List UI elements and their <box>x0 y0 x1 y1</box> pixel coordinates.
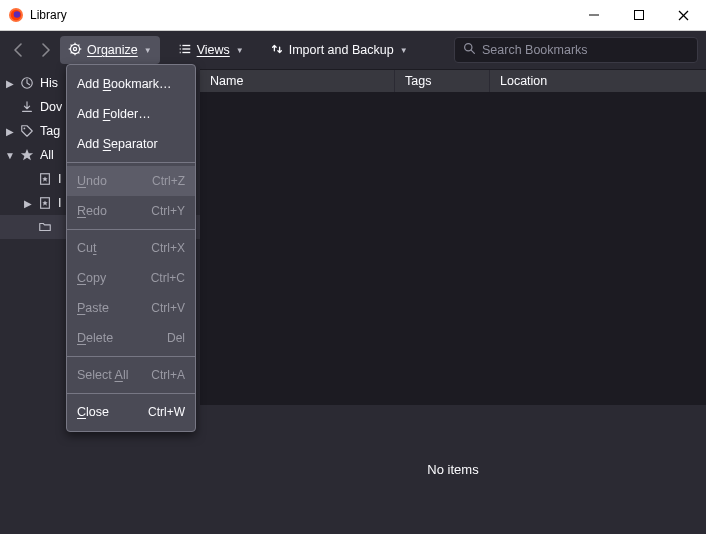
empty-label: No items <box>427 462 478 477</box>
svg-line-24 <box>471 50 474 53</box>
list-area[interactable] <box>200 93 706 404</box>
menu-add-separator[interactable]: Add Separator <box>67 129 195 159</box>
search-input[interactable]: Search Bookmarks <box>454 37 698 63</box>
tree-label: Dov <box>40 100 62 114</box>
menu-add-folder[interactable]: Add Folder… <box>67 99 195 129</box>
star-icon <box>19 147 35 163</box>
svg-line-15 <box>78 44 79 45</box>
import-export-icon <box>270 42 284 59</box>
svg-rect-4 <box>634 11 643 20</box>
forward-button[interactable] <box>34 39 56 61</box>
maximize-button[interactable] <box>616 0 661 30</box>
svg-point-8 <box>73 47 76 50</box>
import-label: Import and Backup <box>289 43 394 57</box>
menu-cut: CutCtrl+X <box>67 233 195 263</box>
import-backup-button[interactable]: Import and Backup ▼ <box>262 36 416 64</box>
bookmark-icon <box>37 171 53 187</box>
menu-add-bookmark[interactable]: Add Bookmark… <box>67 69 195 99</box>
organize-button[interactable]: Organize ▼ <box>60 36 160 64</box>
chevron-right-icon: ▶ <box>4 126 16 137</box>
minimize-button[interactable] <box>571 0 616 30</box>
menu-copy: CopyCtrl+C <box>67 263 195 293</box>
tree-label: I <box>58 196 61 210</box>
column-location[interactable]: Location <box>490 70 706 92</box>
menu-separator <box>67 229 195 230</box>
menu-undo: UndoCtrl+Z <box>67 166 195 196</box>
tree-label: I <box>58 172 61 186</box>
svg-line-13 <box>71 44 72 45</box>
search-placeholder: Search Bookmarks <box>482 43 588 57</box>
menu-paste: PasteCtrl+V <box>67 293 195 323</box>
list-icon <box>178 42 192 59</box>
firefox-logo-icon <box>8 7 24 23</box>
close-button[interactable] <box>661 0 706 30</box>
back-button[interactable] <box>8 39 30 61</box>
tree-label: All <box>40 148 54 162</box>
chevron-right-icon: ▶ <box>4 78 16 89</box>
tree-label: Tag <box>40 124 60 138</box>
clock-icon <box>19 75 35 91</box>
organize-label: Organize <box>87 43 138 57</box>
content-area: Organize ▼ Views ▼ Import and Backup ▼ <box>0 30 706 534</box>
chevron-down-icon: ▼ <box>400 46 408 55</box>
folder-icon <box>37 219 53 235</box>
gear-icon <box>68 42 82 59</box>
menu-delete: DeleteDel <box>67 323 195 353</box>
download-icon <box>19 99 35 115</box>
window-title: Library <box>30 8 67 22</box>
main-panel: Name Tags Location No items <box>200 69 706 534</box>
library-window: Library Organize ▼ <box>0 0 706 534</box>
menu-separator <box>67 393 195 394</box>
titlebar: Library <box>0 0 706 30</box>
column-name[interactable]: Name <box>200 70 395 92</box>
chevron-right-icon: ▶ <box>22 198 34 209</box>
svg-line-16 <box>71 52 72 53</box>
chevron-down-icon: ▼ <box>236 46 244 55</box>
bookmark-icon <box>37 195 53 211</box>
menu-separator <box>67 162 195 163</box>
chevron-down-icon: ▼ <box>144 46 152 55</box>
menu-separator <box>67 356 195 357</box>
tree-label: His <box>40 76 58 90</box>
organize-menu: Add Bookmark… Add Folder… Add Separator … <box>66 64 196 432</box>
column-tags[interactable]: Tags <box>395 70 490 92</box>
chevron-down-icon: ▼ <box>4 150 16 161</box>
views-button[interactable]: Views ▼ <box>170 36 252 64</box>
search-icon <box>463 42 476 58</box>
menu-select-all: Select AllCtrl+A <box>67 360 195 390</box>
svg-point-26 <box>24 128 26 130</box>
menu-close[interactable]: CloseCtrl+W <box>67 397 195 427</box>
column-headers: Name Tags Location <box>200 69 706 93</box>
views-label: Views <box>197 43 230 57</box>
details-pane: No items <box>200 404 706 534</box>
tag-icon <box>19 123 35 139</box>
svg-line-14 <box>78 52 79 53</box>
svg-point-2 <box>14 11 21 18</box>
menu-redo: RedoCtrl+Y <box>67 196 195 226</box>
